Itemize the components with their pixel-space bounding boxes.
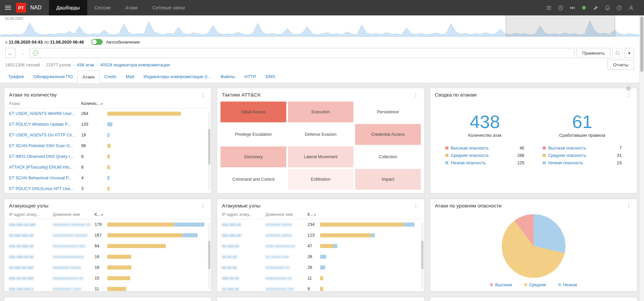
traffic-timeline[interactable]: 10.08.2020 — [0, 15, 639, 37]
attacker-domain[interactable]: xxxxxxxx.xxxxx — [53, 265, 95, 270]
target-ip-link[interactable]: xx.xx.xx — [222, 265, 265, 270]
card-menu-icon[interactable]: ⋮ — [412, 92, 419, 97]
attack-name-link[interactable]: ET SCAN Behavioral Unusual P... — [9, 176, 81, 180]
timeline-selection[interactable] — [506, 15, 615, 37]
dashboard-tab[interactable]: Трафик — [3, 70, 29, 83]
attacker-ip-link[interactable]: xxx.xx.xxx.xx — [9, 244, 53, 248]
attacker-ip-link[interactable]: xxx.xxx.xx.xx — [9, 254, 53, 259]
attack-name-link[interactable]: ET USER_AGENTS Go HTTP Cli... — [9, 133, 81, 137]
target-ip-link[interactable]: xxx.xxx.xx — [222, 233, 265, 238]
attack-name-link[interactable]: ET INFO Observed DNS Query t... — [9, 154, 81, 159]
target-ip-link[interactable]: xx.xx.xx — [222, 254, 265, 259]
card-menu-icon[interactable]: ⋮ — [199, 92, 206, 97]
attacker-domain[interactable]: xxxxxxxxxxxx.xx — [53, 276, 95, 281]
nav-item[interactable]: Сессии — [87, 0, 118, 15]
attacker-ip-link[interactable]: xxx.xx.xx.xxx — [9, 276, 53, 281]
attacker-domain[interactable]: xxxxxxxx.xxxxxxx.xx — [53, 222, 95, 227]
card-menu-icon[interactable]: ⋮ — [625, 92, 632, 97]
severity-link[interactable]: Низкая опасность — [451, 161, 486, 165]
target-domain[interactable]: xxxxxxx.xxxxx — [265, 222, 307, 227]
target-domain[interactable]: xxxxxxxxx.xx — [265, 265, 307, 270]
card-scrollbar[interactable] — [421, 222, 424, 289]
user-icon[interactable] — [628, 5, 634, 11]
attck-tactic-cell[interactable]: Credential Access — [355, 124, 420, 145]
apply-button[interactable]: Применить — [577, 48, 610, 58]
attack-name-link[interactable]: ET USER_AGENTS WinRM User... — [9, 111, 81, 116]
attack-count-big[interactable]: 438 — [470, 112, 500, 131]
target-domain[interactable]: xxxxxxx.xxxxx — [265, 233, 307, 238]
rules-count-big[interactable]: 61 — [572, 112, 592, 131]
dashboard-tab[interactable]: Mail — [121, 70, 139, 83]
target-ip-link[interactable]: xxx.xxx.xx — [222, 222, 265, 227]
target-domain[interactable]: xxxxxxxxxx.xx — [265, 276, 307, 281]
attacker-ip-link[interactable]: xxx.xxx.xxx.x — [9, 287, 53, 291]
dashboard-tab[interactable]: Индикаторы компрометации (I... — [139, 70, 216, 83]
dashboard-tab[interactable]: HTTP — [240, 70, 261, 83]
target-domain[interactable]: xxxx.xxxxxxx.xx — [265, 244, 307, 248]
pie-legend-item[interactable]: Средняя — [524, 283, 546, 287]
attck-tactic-cell[interactable]: Defense Evasion — [288, 124, 353, 145]
attck-tactic-cell[interactable]: Privilege Escalation — [220, 124, 286, 145]
col-ip[interactable]: IP-адрес атаку... — [222, 212, 265, 217]
col-attack[interactable]: Атака — [9, 101, 81, 106]
attacker-domain[interactable]: xxxxxxxxxx.xxxxxx — [53, 233, 95, 238]
attck-tactic-cell[interactable]: Exfiltration — [288, 169, 353, 190]
filter-query-input[interactable] — [41, 51, 571, 56]
card-scrollbar[interactable] — [208, 222, 210, 289]
dashboard-tab[interactable]: Обнаруженное ПО — [29, 70, 78, 83]
col-domain[interactable]: Доменное имя — [265, 212, 307, 217]
nav-item[interactable]: Дашборды — [49, 0, 87, 15]
nav-item[interactable]: Сетевые связи — [145, 0, 192, 15]
attck-tactic-cell[interactable]: Impact — [355, 169, 420, 190]
autorefresh-toggle[interactable] — [91, 39, 103, 45]
history-forward-button[interactable]: → — [17, 48, 28, 58]
iocs-count-link[interactable]: 40524 индикатора компрометации — [100, 62, 170, 67]
dashboard-tab[interactable]: DNS — [261, 70, 280, 83]
attck-tactic-cell[interactable]: Initial Access — [220, 102, 286, 122]
attack-name-link[interactable]: ET POLICY Windows Update P... — [9, 122, 81, 127]
card-menu-icon[interactable]: ⋮ — [625, 203, 632, 208]
card-menu-icon[interactable]: ⋮ — [199, 203, 206, 208]
attack-name-link[interactable]: ET SCAN Potential SSH Scan O... — [9, 143, 81, 148]
dashboard-tab[interactable]: Атаки — [78, 70, 100, 83]
target-ip-link[interactable]: xx.xxx.xx — [222, 244, 265, 248]
attck-tactic-cell[interactable]: Execution — [288, 102, 353, 122]
skip-forward-icon[interactable] — [569, 5, 575, 11]
attacker-ip-link[interactable]: xx.xxx.xxx.xx — [9, 233, 53, 238]
card-menu-icon[interactable]: ⋮ — [412, 203, 419, 208]
col-count[interactable]: К...▾ — [95, 212, 107, 217]
reports-button[interactable]: Отчеты — [607, 60, 634, 70]
severity-link[interactable]: Низкая опасность — [548, 161, 583, 165]
nav-item[interactable]: Атаки — [118, 0, 145, 15]
attacker-ip-link[interactable]: xxx.xxx.xx.xxx — [9, 222, 53, 227]
history-back-button[interactable]: ← — [5, 48, 15, 58]
history-clock-icon[interactable] — [557, 5, 563, 11]
pt-logo[interactable]: PT — [16, 3, 26, 13]
card-scrollbar[interactable] — [208, 111, 210, 191]
status-dot-icon[interactable] — [581, 5, 587, 11]
target-ip-link[interactable]: xx.xxx.xx — [222, 287, 265, 291]
dashboard-tab[interactable]: Файлы — [216, 70, 240, 83]
pie-legend-item[interactable]: Низкая — [558, 283, 577, 287]
col-domain[interactable]: Доменное имя — [53, 212, 95, 217]
page-scrollbar[interactable] — [639, 15, 644, 301]
dashboard-settings-gear-icon[interactable] — [626, 86, 631, 92]
pie-legend-item[interactable]: Высокая — [490, 283, 512, 287]
attacks-count-link[interactable]: 438 атак — [77, 62, 94, 67]
wrench-icon[interactable] — [593, 5, 599, 11]
attack-name-link[interactable]: ATTACK [PTsecurity] ENUM info... — [9, 165, 81, 170]
attck-tactic-cell[interactable]: Collection — [355, 146, 420, 167]
attck-tactic-cell[interactable]: Discovery — [220, 146, 286, 167]
help-icon[interactable]: ? — [616, 5, 622, 11]
severity-link[interactable]: Средняя опасность — [451, 153, 489, 158]
attck-tactic-cell[interactable]: Command and Control — [220, 169, 286, 190]
col-ip[interactable]: IP-адрес атаку... — [9, 212, 53, 217]
severity-pie-chart[interactable] — [502, 214, 565, 278]
col-count[interactable]: Количес...▾ — [81, 101, 107, 106]
attack-name-link[interactable]: ET POLICY GNU/Linux APT Use... — [9, 186, 81, 191]
attck-tactic-cell[interactable]: Persistence — [355, 102, 420, 122]
query-dropdown-button[interactable]: ▾ — [625, 48, 634, 58]
list-icon[interactable] — [546, 5, 552, 11]
attacker-domain[interactable]: xxxxxxxxx.xxxx — [53, 287, 95, 291]
scrollbar-thumb[interactable] — [640, 16, 643, 72]
